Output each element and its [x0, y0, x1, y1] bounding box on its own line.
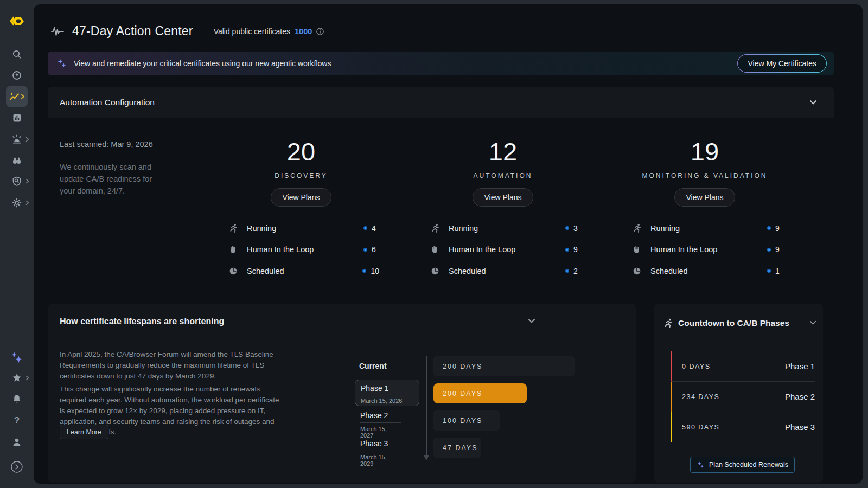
sidebar-item-favorites[interactable]: [0, 368, 34, 388]
row-count: 9: [573, 245, 581, 254]
runner-icon: [227, 223, 239, 233]
row-human-in-the-loop[interactable]: Human In the Loop 9: [626, 239, 784, 261]
row-scheduled[interactable]: Scheduled 10: [222, 260, 380, 282]
expand-chevron-icon: [10, 460, 23, 473]
sidebar-item-target[interactable]: [0, 65, 34, 86]
view-plans-button[interactable]: View Plans: [271, 188, 331, 207]
row-scheduled[interactable]: Scheduled 1: [626, 260, 784, 282]
sidebar-item-reports[interactable]: [0, 107, 34, 128]
chevron-right-icon: [25, 201, 29, 206]
row-count: 10: [371, 267, 379, 275]
column-label: AUTOMATION: [474, 172, 533, 179]
countdown-row-phase2[interactable]: 234 DAYS Phase 2: [671, 382, 815, 412]
runner-icon: [429, 223, 441, 233]
sidebar-item-ai-assistant[interactable]: [0, 348, 34, 368]
sidebar-expand-button[interactable]: [0, 457, 34, 477]
row-human-in-the-loop[interactable]: Human In the Loop 9: [424, 239, 582, 261]
alerts-siren-icon: [11, 134, 22, 145]
sidebar: ?: [0, 0, 34, 488]
row-label: Running: [247, 224, 276, 233]
row-running[interactable]: Running 3: [424, 217, 582, 239]
sidebar-item-search[interactable]: [0, 44, 34, 65]
status-dot: [565, 269, 569, 273]
chevron-right-icon: [25, 179, 29, 184]
column-rows: Running 4 Human In the Loop 6 Scheduled …: [222, 217, 380, 282]
sidebar-divider: [7, 454, 27, 454]
sidebar-item-discovery[interactable]: [0, 150, 34, 171]
row-human-in-the-loop[interactable]: Human In the Loop 6: [222, 239, 380, 261]
chevron-right-icon: [21, 94, 25, 99]
row-count: 9: [775, 245, 783, 254]
automation-configuration-title: Automation Configuration: [60, 98, 155, 107]
info-icon[interactable]: [316, 27, 324, 36]
view-plans-button[interactable]: View Plans: [674, 188, 735, 207]
countdown-phase: Phase 3: [785, 422, 815, 432]
lifespan-bar-phase2: 100 DAYS: [433, 410, 500, 431]
page-header: 47-Day Action Center Valid public certif…: [50, 24, 324, 38]
sidebar-item-action-center[interactable]: [6, 86, 28, 107]
runner-icon: [663, 318, 674, 329]
sidebar-item-audit[interactable]: [0, 171, 34, 191]
row-running[interactable]: Running 4: [222, 217, 380, 239]
status-dot: [363, 226, 367, 230]
sidebar-item-account[interactable]: [0, 432, 34, 452]
banner-message: View and remediate your critical certifi…: [74, 59, 331, 68]
row-running[interactable]: Running 9: [626, 217, 784, 239]
countdown-row-phase1[interactable]: 0 DAYS Phase 1: [671, 351, 815, 382]
automation-configuration-header[interactable]: Automation Configuration: [48, 87, 834, 118]
timeline-arrow: [426, 356, 427, 458]
app-root: ? 47-Day Action Center Valid public cert…: [0, 0, 868, 488]
row-label: Scheduled: [247, 267, 284, 275]
automation-meta: Last scanned: Mar 9, 2026 We continuousl…: [60, 140, 163, 197]
target-icon: [11, 70, 22, 81]
hand-icon: [227, 245, 239, 254]
sidebar-item-help[interactable]: ?: [0, 410, 34, 431]
countdown-days: 590 DAYS: [682, 423, 719, 431]
view-my-certificates-button[interactable]: View My Certificates: [737, 54, 827, 73]
row-label: Human In the Loop: [247, 245, 314, 254]
main-content: 47-Day Action Center Valid public certif…: [34, 4, 863, 484]
column-value: 19: [691, 139, 719, 164]
learn-more-button[interactable]: Learn More: [60, 425, 108, 439]
row-count: 3: [573, 224, 581, 233]
countdown-row-phase3[interactable]: 590 DAYS Phase 3: [671, 412, 815, 442]
discovery-binoculars-icon: [11, 155, 22, 166]
phase-item[interactable]: Phase 3 March 15, 2029: [360, 439, 401, 467]
lifespan-bar-phase1-highlight: 200 DAYS: [433, 383, 527, 403]
lifespan-bar-current: 200 DAYS: [433, 356, 575, 376]
row-scheduled[interactable]: Scheduled 2: [424, 260, 582, 282]
status-dot: [565, 226, 569, 230]
pulse-icon: [50, 25, 65, 37]
clock-icon: [631, 266, 643, 276]
countdown-rows: 0 DAYS Phase 1 234 DAYS Phase 2 590 DAYS…: [671, 351, 815, 442]
automation-description: We continuously scan and update CA/B rea…: [60, 162, 163, 197]
sidebar-item-notifications[interactable]: [0, 389, 34, 409]
help-icon: ?: [14, 415, 20, 426]
chevron-right-icon: [25, 376, 29, 381]
phase-item[interactable]: Phase 2 March 15, 2027: [360, 411, 401, 439]
row-label: Scheduled: [449, 267, 486, 275]
view-plans-button[interactable]: View Plans: [473, 188, 533, 207]
row-label: Human In the Loop: [650, 245, 717, 254]
chevron-right-icon: [25, 137, 29, 142]
row-count: 6: [372, 245, 379, 254]
sidebar-item-settings[interactable]: [0, 192, 34, 213]
status-dot: [362, 269, 366, 273]
row-label: Running: [449, 224, 478, 233]
brand-logo-icon[interactable]: [7, 11, 27, 31]
favorites-star-icon: [11, 373, 22, 383]
plan-scheduled-renewals-button[interactable]: Plan Scheduled Renewals: [690, 457, 795, 473]
row-count: 9: [775, 224, 783, 233]
sidebar-item-alerts[interactable]: [0, 129, 34, 150]
chevron-down-icon: [809, 99, 818, 106]
cert-count-group: Valid public certificates 1000: [214, 27, 325, 36]
chevron-down-icon[interactable]: [527, 318, 536, 324]
cert-count-value[interactable]: 1000: [295, 27, 312, 36]
hand-icon: [631, 245, 643, 254]
countdown-days: 234 DAYS: [682, 393, 719, 401]
phase-item-selected[interactable]: Phase 1 March 15, 2026: [355, 380, 419, 406]
chevron-down-icon[interactable]: [809, 320, 817, 326]
current-phase-label: Current: [359, 362, 387, 370]
reports-icon: [11, 112, 22, 123]
phase-name: Phase 1: [361, 384, 413, 395]
